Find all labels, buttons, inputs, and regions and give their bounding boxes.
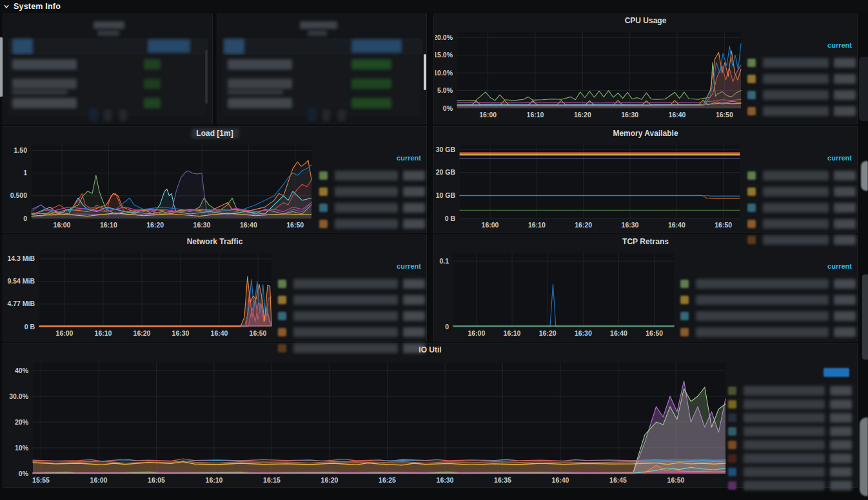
memory-chart-canvas[interactable]: 16:0016:1016:2016:3016:4016:500 B10 GB20…: [435, 141, 744, 230]
cpu-usage-chart-canvas[interactable]: 16:0016:1016:2016:3016:4016:500%5.0%10.0…: [435, 28, 745, 120]
legend-row[interactable]: [728, 399, 853, 410]
redacted-series-name: [763, 219, 829, 229]
panel-title[interactable]: Memory Available: [434, 129, 857, 138]
series-swatch-icon: [278, 280, 286, 288]
svg-text:16:45: 16:45: [609, 476, 627, 484]
redacted-header-cell[interactable]: [351, 39, 402, 53]
pagination-item[interactable]: [104, 110, 112, 121]
svg-text:16:10: 16:10: [527, 111, 544, 119]
panel-title[interactable]: Network Traffic: [3, 237, 426, 246]
legend-current-header[interactable]: current: [397, 154, 421, 162]
svg-text:30 GB: 30 GB: [436, 146, 456, 153]
legend-current-header[interactable]: current: [827, 41, 852, 49]
legend-current-header[interactable]: current: [827, 262, 852, 270]
table-scrollbar[interactable]: [205, 50, 208, 104]
pagination-current[interactable]: [308, 108, 317, 121]
pagination-item[interactable]: [338, 110, 346, 121]
svg-text:16:50: 16:50: [250, 329, 267, 337]
io-util-chart-canvas[interactable]: 15:5516:0016:0516:1016:1516:2016:2516:30…: [5, 359, 729, 485]
legend-row[interactable]: [747, 219, 857, 230]
load-chart-canvas[interactable]: 16:0016:1016:2016:3016:4016:5000.50011.5…: [5, 141, 315, 230]
redacted-cell-text: [228, 98, 292, 108]
redacted-series-value: [830, 427, 852, 436]
row-collapse-header[interactable]: System Info: [0, 0, 868, 12]
series-swatch-icon: [680, 296, 689, 304]
legend-row[interactable]: [728, 467, 853, 478]
load-1m-plot[interactable]: 16:0016:1016:2016:3016:4016:5000.50011.5…: [5, 141, 315, 230]
cpu-usage-plot[interactable]: 16:0016:1016:2016:3016:4016:500%5.0%10.0…: [435, 28, 745, 120]
panel-title[interactable]: Load [1m]: [3, 129, 426, 138]
legend-row[interactable]: [747, 203, 857, 214]
tcp-retrans-plot[interactable]: 16:0016:1016:2016:3016:4016:5000.1: [435, 249, 678, 338]
pagination-item[interactable]: [322, 110, 330, 121]
series-swatch-icon: [728, 400, 736, 409]
redacted-panel-subtitle: [97, 30, 119, 36]
table-scrollbar[interactable]: [424, 54, 426, 90]
tcp-chart-canvas[interactable]: 16:0016:1016:2016:3016:4016:5000.1: [435, 249, 678, 338]
legend-row[interactable]: [680, 311, 857, 322]
legend-row[interactable]: [747, 187, 857, 198]
legend-row[interactable]: [278, 295, 426, 306]
memory-available-plot[interactable]: 16:0016:1016:2016:3016:4016:500 B10 GB20…: [435, 141, 744, 230]
legend-row[interactable]: [680, 279, 857, 290]
redacted-series-value: [403, 295, 425, 305]
redacted-series-value: [834, 74, 856, 84]
panel-title[interactable]: TCP Retrans: [434, 237, 857, 246]
legend-row[interactable]: [747, 106, 857, 117]
svg-text:16:50: 16:50: [667, 476, 685, 484]
legend-row[interactable]: [278, 327, 426, 338]
legend-current-header[interactable]: current: [397, 262, 421, 270]
redacted-series-value: [830, 386, 852, 396]
svg-text:16:40: 16:40: [669, 111, 686, 119]
legend-current-header[interactable]: [824, 368, 849, 377]
panel-title[interactable]: CPU Usage: [434, 16, 857, 25]
legend-row[interactable]: [747, 58, 857, 69]
redacted-series-value: [834, 311, 856, 321]
pagination-item[interactable]: [119, 110, 127, 121]
legend-row[interactable]: [680, 295, 857, 306]
legend-row[interactable]: [747, 171, 857, 182]
legend-row[interactable]: [319, 203, 426, 214]
redacted-series-name: [763, 74, 829, 84]
legend-row[interactable]: [728, 440, 853, 451]
redacted-series-value: [834, 171, 856, 180]
redacted-header-cell[interactable]: [148, 39, 190, 53]
redacted-cell-text: [12, 98, 77, 108]
legend-row[interactable]: [728, 386, 853, 397]
legend-row[interactable]: [278, 311, 426, 322]
legend-row[interactable]: [728, 427, 853, 438]
legend-row[interactable]: [747, 74, 857, 85]
svg-text:20 GB: 20 GB: [436, 168, 456, 176]
memory-legend: current: [747, 142, 857, 230]
redacted-series-value: [830, 481, 852, 490]
legend-row[interactable]: [747, 90, 857, 101]
network-chart-canvas[interactable]: 16:0016:1016:2016:3016:4016:500 B4.77 Mi…: [5, 249, 275, 338]
series-swatch-icon: [319, 188, 328, 196]
redacted-series-value: [403, 219, 425, 229]
legend-row[interactable]: [728, 481, 853, 492]
redacted-series-name: [763, 106, 829, 116]
redacted-status-cell: [351, 79, 391, 89]
redacted-header-cell[interactable]: [12, 39, 33, 54]
redacted-cell-text: [12, 79, 77, 89]
redacted-block: [862, 274, 868, 360]
legend-row[interactable]: [319, 219, 426, 230]
legend-current-header[interactable]: current: [827, 154, 852, 162]
legend-row[interactable]: [319, 187, 426, 198]
series-swatch-icon: [278, 328, 286, 336]
pagination-current[interactable]: [89, 108, 98, 121]
redacted-block: [861, 161, 868, 191]
panel-table-2: [217, 14, 427, 124]
legend-row[interactable]: [278, 279, 426, 290]
svg-text:16:50: 16:50: [646, 329, 663, 337]
io-util-plot[interactable]: 15:5516:0016:0516:1016:1516:2016:2516:30…: [5, 359, 729, 485]
redacted-series-name: [744, 454, 825, 463]
legend-row[interactable]: [728, 454, 853, 465]
network-traffic-plot[interactable]: 16:0016:1016:2016:3016:4016:500 B4.77 Mi…: [5, 249, 275, 338]
legend-row[interactable]: [319, 171, 426, 182]
legend-row[interactable]: [728, 413, 853, 424]
redacted-header-cell[interactable]: [224, 39, 244, 54]
legend-row[interactable]: [680, 327, 857, 338]
series-swatch-icon: [747, 220, 756, 228]
panel-title[interactable]: IO Util: [3, 345, 857, 354]
